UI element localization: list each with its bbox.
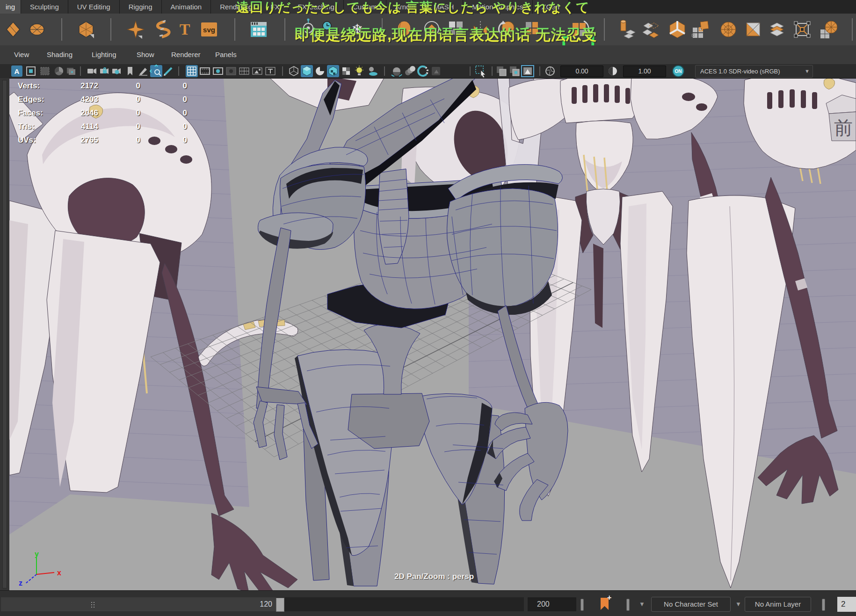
viewport-3d[interactable]: 前 [9, 78, 856, 591]
bookmark-view-icon[interactable] [128, 67, 132, 75]
tab-rigging[interactable]: Rigging [120, 0, 162, 14]
textured-mode-icon[interactable] [327, 65, 339, 77]
axis-y-label: y [35, 551, 39, 558]
contrast-icon[interactable] [609, 67, 617, 75]
svg-tool-icon[interactable]: svg [201, 22, 217, 36]
text-tool-icon[interactable]: T [180, 21, 190, 38]
front-kanji-label: 前 [834, 117, 853, 138]
clipped-value-field: 2 [837, 597, 856, 612]
playback-range-fill[interactable]: 120 [1, 597, 276, 611]
camera-lock-icon[interactable] [100, 68, 109, 74]
image-stack-icon[interactable] [67, 68, 75, 75]
lighting-toggle-icon[interactable] [355, 65, 363, 75]
film-gate-icon[interactable] [200, 68, 210, 74]
panel-menubar: View Shading Lighting Show Renderer Pane… [0, 45, 856, 64]
isolate-add-icon[interactable] [510, 66, 519, 76]
slider-grip-2[interactable] [626, 599, 630, 611]
star-primitive-icon[interactable] [127, 21, 144, 39]
gate-mask-icon[interactable] [226, 67, 236, 75]
left-panel-edge[interactable] [0, 78, 10, 590]
pan-zoom-tool-icon[interactable] [150, 65, 162, 77]
uv-layout-icon[interactable] [692, 21, 709, 38]
rounded-primitive-icon[interactable] [30, 24, 44, 35]
anim-layer-dropdown-icon[interactable]: ▼ [735, 601, 741, 608]
extrude-uv-icon[interactable] [621, 20, 635, 38]
select-a-toggle-icon[interactable]: A [11, 65, 22, 77]
menu-lighting[interactable]: Lighting [92, 45, 116, 64]
field-chart-icon[interactable] [239, 68, 249, 74]
tab-sculpting[interactable]: Sculpting [21, 0, 68, 14]
anim-layer-field[interactable]: No Anim Layer [745, 597, 811, 612]
svg-text:T: T [180, 21, 190, 38]
use-default-material-icon[interactable] [342, 67, 350, 75]
camera-icon[interactable] [87, 68, 96, 74]
tab-animation[interactable]: Animation [162, 0, 211, 14]
pan-zoom-status-label: 2D Pan/Zoom : persp [341, 572, 528, 581]
contrast-field[interactable]: 1.00 [623, 65, 666, 77]
exposure-field[interactable]: 0.00 [560, 65, 603, 77]
tab-modeling[interactable]: ing [0, 0, 21, 14]
slider-grip[interactable] [580, 599, 584, 611]
motion-blur-icon[interactable] [405, 66, 415, 75]
ui-window-icon[interactable] [251, 22, 267, 37]
viewport-scene: 前 [9, 79, 856, 591]
menu-panels[interactable]: Panels [215, 45, 237, 64]
axis-z-label: z [19, 579, 22, 587]
chevron-down-icon: ▼ [805, 65, 810, 77]
isolate-select-icon[interactable] [497, 66, 506, 76]
range-grip-dots-icon[interactable] [91, 602, 92, 603]
grid-toggle-icon[interactable] [186, 65, 198, 77]
color-wheel-icon[interactable] [55, 67, 63, 75]
camera-gear-icon[interactable] [112, 68, 121, 74]
spherical-uv-icon[interactable] [721, 22, 736, 37]
character-set-field[interactable]: No Character Set [651, 597, 731, 612]
character-set-dropdown-icon[interactable]: ▼ [639, 601, 645, 608]
frame-all-icon[interactable] [41, 67, 49, 75]
wireframe-on-shaded-icon[interactable] [316, 67, 324, 75]
frame-selected-icon[interactable] [27, 67, 35, 75]
menu-view[interactable]: View [14, 45, 29, 64]
safe-action-icon[interactable] [253, 68, 262, 74]
stacked-uv-icon[interactable] [770, 23, 783, 36]
colorspace-label: ACES 1.0 SDR-video (sRGB) [696, 65, 780, 77]
ambient-occlusion-icon[interactable] [392, 67, 402, 76]
pencil-tool-icon[interactable] [164, 68, 172, 76]
menu-shading[interactable]: Shading [47, 45, 73, 64]
cube-uv-icon[interactable] [670, 21, 685, 38]
subtitle-line-japanese: 遠回りだったとしても今は 言葉にしたら やりきれなくて [236, 0, 590, 16]
shaded-mode-icon[interactable] [301, 65, 313, 77]
axis-gizmo: y x z [19, 551, 75, 591]
resolution-gate-icon[interactable] [213, 68, 223, 74]
uv-editor-frame-icon[interactable] [794, 22, 810, 37]
range-slider-bar: 120 200 + ▼ No Character Set ▼ No Anim L… [0, 590, 856, 616]
sphere-primitive-icon[interactable] [7, 22, 20, 37]
image-plane-toggle-icon[interactable] [522, 65, 534, 77]
tab-uv-editing[interactable]: UV Editing [68, 0, 120, 14]
playback-end-field[interactable]: 200 [528, 597, 576, 611]
safe-title-icon[interactable] [266, 67, 275, 75]
exposure-icon[interactable] [546, 67, 554, 75]
view-transform-on-badge[interactable]: ON [673, 65, 684, 77]
svg-text:A: A [15, 67, 20, 75]
menu-renderer[interactable]: Renderer [171, 45, 201, 64]
select-tool-cursor-icon[interactable] [476, 66, 486, 78]
menu-show[interactable]: Show [137, 45, 154, 64]
anti-aliasing-icon[interactable] [418, 66, 428, 76]
bookmark-add-plus-icon[interactable]: + [607, 594, 611, 602]
axis-x-label: x [57, 569, 61, 577]
range-end-handle[interactable] [276, 598, 284, 612]
colorspace-dropdown[interactable]: ACES 1.0 SDR-video (sRGB) ▼ [695, 65, 813, 78]
depth-of-field-icon[interactable] [432, 67, 440, 75]
range-end-frame: 120 [260, 600, 272, 609]
poly-sphere-icon[interactable] [79, 22, 94, 38]
sphere-map-uv-icon[interactable] [820, 21, 837, 38]
quad-draw-uv-icon[interactable] [643, 23, 659, 38]
shadows-toggle-icon[interactable] [369, 67, 377, 76]
helix-primitive-icon[interactable] [158, 21, 169, 37]
wireframe-mode-icon[interactable] [290, 66, 298, 76]
playback-range-track[interactable]: 120 [1, 597, 524, 611]
planar-uv-icon[interactable] [747, 23, 760, 36]
subtitle-line-chinese: 即便是绕远路,现在用语言表达的话 无法忍受 [295, 25, 597, 45]
grease-pencil-icon[interactable] [139, 68, 147, 75]
slider-grip-3[interactable] [822, 599, 825, 611]
